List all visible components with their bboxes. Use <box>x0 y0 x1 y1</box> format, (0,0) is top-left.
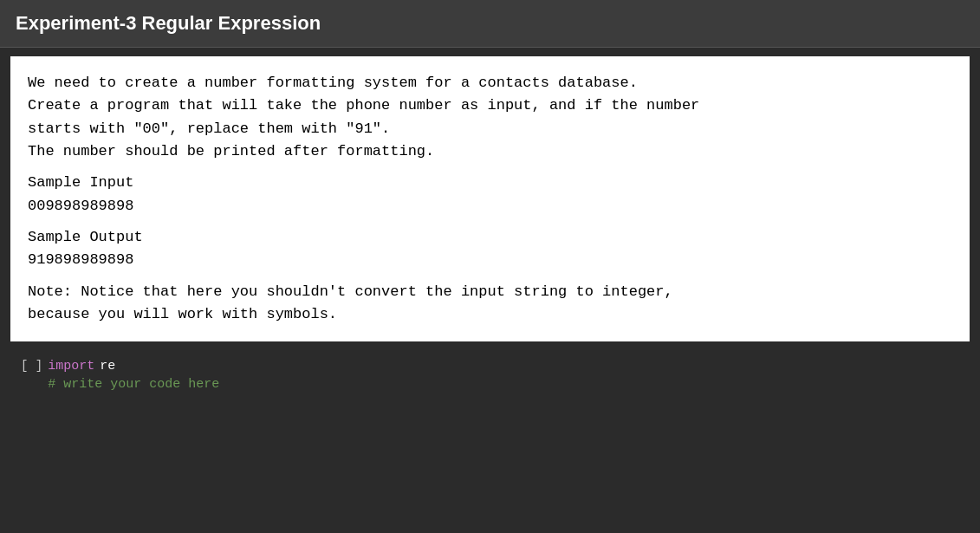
code-editor[interactable]: [ ] import re # write your code here <box>10 350 970 404</box>
code-line-import: [ ] import re <box>21 359 959 374</box>
sample-output-label: Sample Output <box>28 226 952 249</box>
code-comment: # write your code here <box>48 377 219 392</box>
desc-line3: starts with "00", replace them with "91"… <box>28 118 952 140</box>
desc-line2: Create a program that will take the phon… <box>28 94 952 117</box>
note-line1: Note: Notice that here you shouldn't con… <box>28 281 952 303</box>
desc-line1: We need to create a number formatting sy… <box>28 72 952 94</box>
problem-description: We need to create a number formatting sy… <box>10 56 970 341</box>
module-name: re <box>100 359 115 374</box>
sample-input-label: Sample Input <box>28 172 952 194</box>
import-keyword: import <box>48 359 94 374</box>
title-bar: Experiment-3 Regular Expression <box>0 0 980 48</box>
cell-bracket: [ ] <box>21 359 42 373</box>
page-title: Experiment-3 Regular Expression <box>16 12 964 35</box>
sample-input-value: 009898989898 <box>28 195 952 218</box>
desc-line4: The number should be printed after forma… <box>28 140 952 163</box>
note-line2: because you will work with symbols. <box>28 303 952 326</box>
code-line-comment: # write your code here <box>21 377 959 392</box>
sample-output-value: 919898989898 <box>28 249 952 271</box>
